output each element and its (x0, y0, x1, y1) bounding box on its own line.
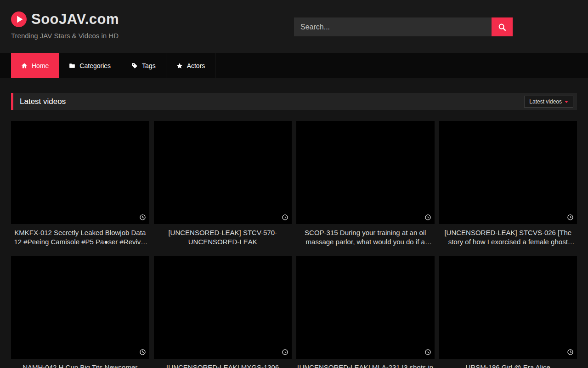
video-thumbnail[interactable] (296, 256, 435, 359)
video-title[interactable]: [UNCENSORED-LEAK] MXGS-1306 Absolutely (154, 363, 292, 368)
video-card[interactable]: [UNCENSORED-LEAK] STCV-570-UNCENSORED-LE… (154, 121, 292, 247)
sort-dropdown[interactable]: Latest videos (524, 96, 573, 108)
video-thumbnail[interactable] (439, 256, 577, 359)
folder-icon (69, 63, 75, 69)
video-thumbnail[interactable] (154, 121, 292, 224)
clock-icon (140, 214, 146, 220)
clock-icon (425, 349, 431, 355)
sort-dropdown-label: Latest videos (529, 98, 562, 105)
search-bar (294, 17, 513, 36)
video-title[interactable]: [UNCENSORED-LEAK] STCV-570-UNCENSORED-LE… (154, 228, 292, 247)
clock-icon (282, 214, 288, 220)
video-thumbnail[interactable] (154, 256, 292, 359)
video-card[interactable]: KMKFX-012 Secretly Leaked Blowjob Data 1… (11, 121, 149, 247)
nav-item-tags[interactable]: Tags (121, 53, 166, 78)
video-grid: KMKFX-012 Secretly Leaked Blowjob Data 1… (11, 121, 577, 368)
video-title[interactable]: [UNCENSORED-LEAK] STCVS-026 [The story o… (439, 228, 577, 247)
video-thumbnail[interactable] (11, 121, 149, 224)
search-input[interactable] (294, 17, 492, 36)
caret-down-icon (565, 101, 568, 103)
nav-item-home[interactable]: Home (11, 53, 59, 78)
nav-item-label: Tags (142, 62, 156, 69)
video-card[interactable]: SCOP-315 During your training at an oil … (296, 121, 435, 247)
video-card[interactable]: NAMH-042 H Cup Big Tits Newcomer (170cm … (11, 256, 149, 368)
video-thumbnail[interactable] (439, 121, 577, 224)
video-title[interactable]: [UNCENSORED-LEAK] MLA-231 [3 shots in (296, 363, 435, 368)
site-logo[interactable]: SooJAV.com (11, 11, 119, 28)
clock-icon (567, 349, 573, 355)
section-title: Latest videos (20, 97, 66, 106)
search-button[interactable] (492, 17, 513, 36)
section-header: Latest videos Latest videos (11, 93, 577, 110)
nav-item-actors[interactable]: Actors (166, 53, 216, 78)
home-icon (21, 63, 28, 69)
star-icon (176, 63, 183, 69)
nav-item-label: Categories (79, 62, 111, 69)
video-card[interactable]: [UNCENSORED-LEAK] MLA-231 [3 shots in (296, 256, 435, 368)
video-title[interactable]: KMKFX-012 Secretly Leaked Blowjob Data 1… (11, 228, 149, 247)
site-title: SooJAV.com (31, 11, 119, 28)
nav-item-label: Actors (187, 62, 205, 69)
nav-item-label: Home (32, 62, 49, 69)
video-title[interactable]: SCOP-315 During your training at an oil … (296, 228, 435, 247)
search-icon (498, 23, 506, 31)
site-header: SooJAV.com Trending JAV Stars & Videos i… (0, 0, 588, 53)
clock-icon (140, 349, 146, 355)
video-title[interactable]: URSM-186 Girl @ Era Alice (439, 363, 577, 368)
clock-icon (425, 214, 431, 220)
clock-icon (567, 214, 573, 220)
video-thumbnail[interactable] (296, 121, 435, 224)
video-card[interactable]: URSM-186 Girl @ Era Alice (439, 256, 577, 368)
tag-icon (131, 63, 138, 69)
main-nav: Home Categories Tags Actors (0, 53, 588, 78)
play-icon (11, 12, 27, 27)
nav-item-categories[interactable]: Categories (59, 53, 121, 78)
video-title[interactable]: NAMH-042 H Cup Big Tits Newcomer (170cm … (11, 363, 149, 368)
video-card[interactable]: [UNCENSORED-LEAK] STCVS-026 [The story o… (439, 121, 577, 247)
video-card[interactable]: [UNCENSORED-LEAK] MXGS-1306 Absolutely (154, 256, 292, 368)
video-thumbnail[interactable] (11, 256, 149, 359)
clock-icon (282, 349, 288, 355)
